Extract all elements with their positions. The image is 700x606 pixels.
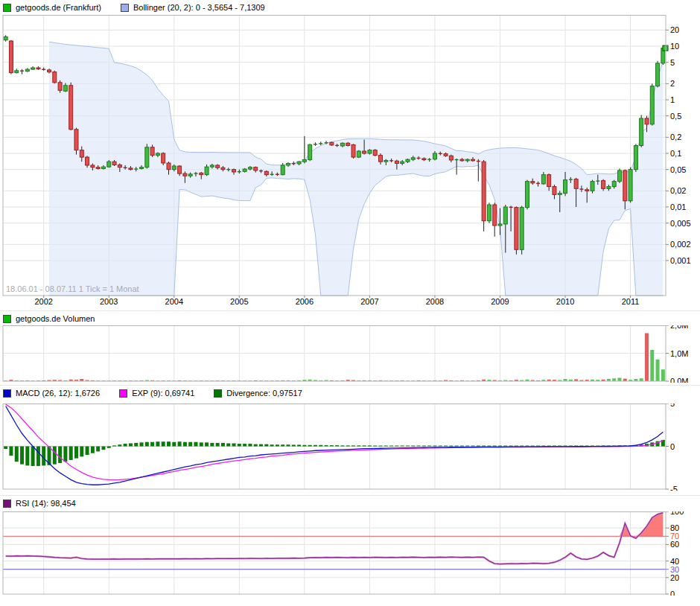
- price-series-label: getgoods.de (Frankfurt): [16, 3, 101, 12]
- panel-separator: [0, 495, 700, 496]
- price-series-swatch-icon: [3, 4, 11, 12]
- x-axis-year-label: 2005: [226, 297, 252, 306]
- volume-grid: [3, 325, 666, 381]
- axis-tick-label: 0,2: [670, 133, 681, 141]
- axis-tick-label: 20: [670, 573, 679, 582]
- date-range-label: 18.06.01 - 08.07.11 1 Tick = 1 Monat: [6, 284, 139, 293]
- divergence-label: Divergence: 0,97517: [226, 389, 302, 398]
- divergence-swatch-icon: [214, 389, 222, 398]
- axis-tick-label: 0,002: [670, 240, 691, 249]
- axis-tick-label: 0,0M: [670, 377, 688, 383]
- axis-tick-label: 0,001: [670, 256, 691, 265]
- x-axis-year-label: 2002: [31, 297, 57, 306]
- axis-tick-label: 0,05: [670, 165, 686, 174]
- bollinger-label: Bollinger (20, 2): 0 - 3,5654 - 7,1309: [133, 3, 265, 12]
- x-axis-year-label: 2009: [487, 297, 514, 306]
- axis-tick-label: 1,0M: [670, 349, 688, 358]
- axis-tick-label: 0,02: [670, 186, 686, 195]
- volume-panel-legend: getgoods.de Volumen: [3, 313, 95, 324]
- x-axis-year-label: 2008: [421, 297, 448, 306]
- axis-tick-label: 0,01: [670, 202, 686, 211]
- axis-tick-label: 100: [670, 511, 684, 516]
- rsi-grid: [3, 511, 666, 594]
- volume-series-swatch-icon: [3, 315, 11, 323]
- panel-separator: [0, 385, 700, 386]
- macd-chart[interactable]: 50-5: [0, 404, 700, 491]
- axis-tick-label: 2: [670, 79, 675, 88]
- axis-tick-label: 10: [670, 42, 679, 51]
- axis-tick-label: -5: [670, 485, 678, 491]
- x-axis-year-label: 2011: [617, 297, 644, 306]
- macd-label: MACD (26, 12): 1,6726: [16, 389, 100, 398]
- volume-chart[interactable]: 2,0M1,0M0,0M: [0, 325, 700, 383]
- x-axis-year-label: 2003: [95, 297, 122, 306]
- x-axis-year-label: 2004: [161, 297, 188, 306]
- bollinger-swatch-icon: [121, 4, 129, 12]
- axis-tick-label: 20: [670, 25, 679, 34]
- exp-label: EXP (9): 0,69741: [132, 389, 194, 398]
- price-chart[interactable]: 20105210,50,20,10,050,020,010,0050,0020,…: [0, 15, 700, 298]
- axis-tick-label: 1: [670, 95, 675, 104]
- axis-tick-label: 0,1: [670, 149, 681, 158]
- rsi-line-halo: [6, 513, 664, 564]
- volume-bars: [4, 334, 665, 382]
- macd-panel-legend: MACD (26, 12): 1,6726 EXP (9): 0,69741 D…: [3, 388, 302, 398]
- macd-swatch-icon: [3, 389, 11, 398]
- axis-tick-label: 0: [670, 590, 675, 596]
- x-axis-year-labels: 2002200320042005200620072008200920102011: [0, 297, 700, 307]
- axis-tick-label: 2,0M: [670, 325, 688, 330]
- axis-tick-label: 0: [670, 442, 675, 451]
- rsi-line: [6, 513, 664, 564]
- volume-series-label: getgoods.de Volumen: [16, 314, 95, 323]
- axis-tick-label: 60: [670, 540, 679, 549]
- x-axis-year-label: 2007: [356, 297, 383, 306]
- price-panel-legend: getgoods.de (Frankfurt) Bollinger (20, 2…: [3, 2, 265, 13]
- macd-histogram: [4, 440, 665, 466]
- axis-tick-label: 5: [670, 58, 675, 67]
- axis-tick-label: 0,005: [670, 219, 691, 228]
- macd-line: [6, 406, 664, 485]
- macd-signal-line: [6, 404, 664, 479]
- rsi-chart[interactable]: 1008070604030200: [0, 511, 700, 596]
- axis-tick-label: 5: [670, 404, 675, 408]
- rsi-overbought-fill: [6, 513, 664, 537]
- x-axis-year-label: 2010: [552, 297, 579, 306]
- rsi-panel-legend: RSI (14): 98,454: [3, 498, 76, 508]
- x-axis-year-label: 2006: [291, 297, 318, 306]
- rsi-swatch-icon: [3, 500, 11, 508]
- exp-swatch-icon: [119, 389, 127, 398]
- stock-chart-app: getgoods.de (Frankfurt) Bollinger (20, 2…: [0, 0, 700, 606]
- panel-separator: [0, 310, 700, 311]
- axis-tick-label: 0,5: [670, 112, 681, 121]
- rsi-label: RSI (14): 98,454: [16, 499, 76, 508]
